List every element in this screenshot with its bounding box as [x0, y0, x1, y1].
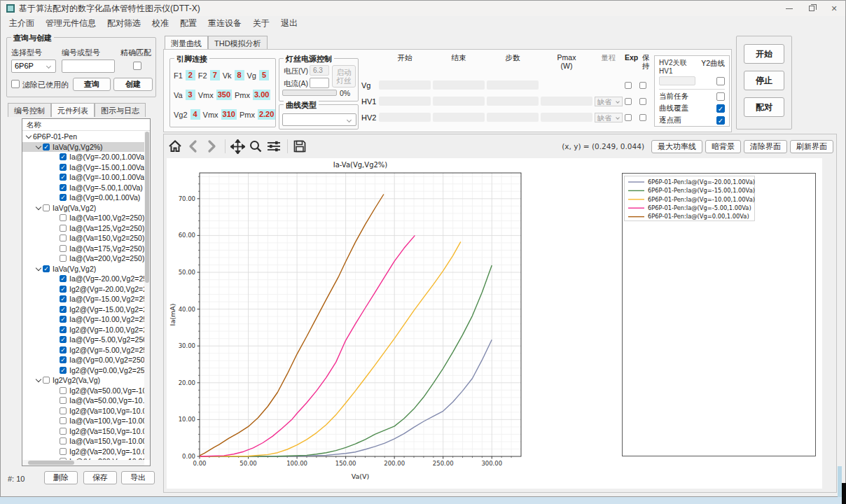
- pin-value-field[interactable]: 2.20: [258, 109, 275, 120]
- vg-start-field[interactable]: [379, 80, 431, 90]
- forward-icon[interactable]: [203, 138, 220, 155]
- chevron-expanded-icon[interactable]: [35, 204, 42, 211]
- tree-group[interactable]: Ig2Vg2(Va,Vg): [22, 375, 144, 386]
- tree-checkbox[interactable]: ✓: [60, 367, 67, 374]
- menu-item[interactable]: 管理元件信息: [40, 16, 102, 31]
- menu-item[interactable]: 退出: [275, 16, 303, 31]
- scrollbar-thumb[interactable]: [145, 132, 149, 283]
- dark-background-button[interactable]: 暗背景: [705, 140, 741, 153]
- tree-leaf[interactable]: ✓Ia@(Vg=-5.00,Vg2=250): [22, 335, 144, 345]
- tree-group[interactable]: ✓IaVa(Vg,Vg2%): [22, 142, 144, 153]
- tree-leaf[interactable]: ✓Ig2@(Vg=-15.00,Vg2=250): [22, 304, 144, 315]
- tree-checkbox[interactable]: [60, 417, 67, 424]
- scrollbar-thumb[interactable]: [28, 461, 74, 465]
- tree-leaf[interactable]: Ig2@(Va=50.00,Vg=-10.00): [22, 386, 144, 396]
- menu-item[interactable]: 主介面: [4, 16, 40, 31]
- exact-match-checkbox[interactable]: [133, 62, 141, 70]
- vg-steps-field[interactable]: [487, 80, 539, 90]
- tree-checkbox[interactable]: [60, 397, 67, 404]
- pair-button[interactable]: 配对: [744, 97, 784, 117]
- tree-leaf[interactable]: Ia@(Va=150,Vg2=250): [22, 233, 144, 244]
- save-button[interactable]: 保存: [83, 471, 117, 484]
- tree-checkbox[interactable]: [43, 204, 50, 211]
- tree-leaf[interactable]: Ia@(Va=50.00,Vg=-10.00): [22, 396, 144, 406]
- hv1-range-select[interactable]: 缺省: [595, 97, 623, 106]
- tree-leaf[interactable]: Ig2@(Va=150,Vg=-10.00): [22, 426, 144, 437]
- hv2-hold-checkbox[interactable]: [639, 114, 646, 121]
- current-input[interactable]: [310, 78, 329, 88]
- tree-horizontal-scrollbar[interactable]: [22, 460, 144, 465]
- tree-checkbox[interactable]: [43, 377, 50, 384]
- hv2-pmax-field[interactable]: [541, 113, 592, 122]
- tree-checkbox[interactable]: [60, 245, 67, 252]
- plot-canvas[interactable]: 0.0050.00100.00150.00200.00250.00300.000…: [167, 158, 822, 489]
- hv2-range-select[interactable]: 缺省: [595, 113, 623, 122]
- refresh-view-button[interactable]: 刷新界面: [790, 140, 833, 153]
- tree-leaf[interactable]: Ia@(Va=175,Vg2=250): [22, 244, 144, 254]
- main-tab-1[interactable]: THD模拟分析: [208, 36, 268, 50]
- configure-icon[interactable]: [265, 138, 282, 155]
- tree-checkbox[interactable]: ✓: [60, 316, 67, 323]
- main-tab-0[interactable]: 测量曲线: [165, 36, 208, 50]
- hv1-steps-field[interactable]: [487, 97, 539, 106]
- tree-checkbox[interactable]: ✓: [43, 144, 50, 150]
- tree-leaf[interactable]: Ia@(Va=100,Vg=-10.00): [22, 416, 144, 426]
- tree-vertical-scrollbar[interactable]: [144, 132, 150, 460]
- pin-value-field[interactable]: 5: [259, 70, 269, 80]
- zoom-icon[interactable]: [247, 138, 264, 155]
- hv2-end-field[interactable]: [433, 113, 485, 122]
- tree-checkbox[interactable]: [60, 255, 67, 262]
- tree-checkbox[interactable]: ✓: [60, 184, 67, 191]
- vg-end-field[interactable]: [433, 80, 485, 90]
- tree-checkbox[interactable]: ✓: [60, 306, 67, 313]
- back-icon[interactable]: [185, 138, 202, 155]
- menu-item[interactable]: 配置: [174, 16, 202, 31]
- menu-item[interactable]: 重连设备: [202, 16, 247, 31]
- id-input[interactable]: [62, 59, 115, 73]
- tree-leaf[interactable]: Ia@(Va=150,Vg=-10.00): [22, 436, 144, 447]
- tree-leaf[interactable]: ✓Ia@(Vg=0.00,1.00Va): [22, 192, 144, 203]
- tree-checkbox[interactable]: ✓: [60, 275, 67, 282]
- tree-leaf[interactable]: Ia@(Va=200,Vg2=250): [22, 253, 144, 264]
- hv1-pmax-field[interactable]: [541, 97, 592, 106]
- tree-checkbox[interactable]: ✓: [60, 336, 67, 343]
- hv2-steps-field[interactable]: [487, 113, 539, 122]
- left-tab-1[interactable]: 元件列表: [51, 103, 95, 117]
- tree-leaf[interactable]: ✓Ia@(Vg=-5.00,1.00Va): [22, 183, 144, 193]
- pin-value-field[interactable]: 350: [216, 90, 232, 100]
- hv1-exp-checkbox[interactable]: [625, 98, 632, 105]
- tree-checkbox[interactable]: [60, 428, 67, 435]
- option-checkbox[interactable]: [716, 92, 725, 101]
- tree-checkbox[interactable]: [60, 387, 67, 394]
- max-power-line-button[interactable]: 最大功率线: [651, 140, 702, 153]
- tree-checkbox[interactable]: ✓: [60, 286, 67, 293]
- tree-leaf[interactable]: Ig2@(Va=100,Vg=-10.00): [22, 406, 144, 416]
- option-checkbox[interactable]: ✓: [716, 116, 725, 125]
- tree-checkbox[interactable]: ✓: [60, 326, 67, 333]
- chevron-expanded-icon[interactable]: [25, 133, 32, 140]
- tree-leaf[interactable]: Ia@(Va=125,Vg2=250): [22, 223, 144, 234]
- pan-icon[interactable]: [229, 138, 246, 155]
- restore-button[interactable]: [800, 1, 823, 16]
- chart[interactable]: 0.0050.00100.00150.00200.00250.00300.000…: [167, 158, 822, 489]
- hv1-end-field[interactable]: [433, 97, 485, 106]
- menu-item[interactable]: 关于: [247, 16, 275, 31]
- tree-leaf[interactable]: ✓Ig2@(Vg=0.00,Vg2=250): [22, 365, 144, 376]
- minimize-button[interactable]: [778, 1, 800, 16]
- pin-value-field[interactable]: 3.00: [253, 90, 270, 100]
- vg-hold-checkbox[interactable]: [639, 82, 646, 89]
- tree-leaf[interactable]: ✓Ia@(Vg=-20.00,Vg2=250): [22, 274, 144, 284]
- curve-type-select[interactable]: [282, 113, 356, 126]
- pin-value-field[interactable]: 2: [186, 70, 195, 80]
- tree-leaf[interactable]: ✓Ia@(Vg=-20.00,1.00Va): [22, 152, 144, 162]
- delete-button[interactable]: 删除: [44, 471, 78, 484]
- tree-leaf[interactable]: Ia@(Va=100,Vg2=250): [22, 213, 144, 223]
- tree-checkbox[interactable]: [60, 234, 67, 241]
- voltage-field[interactable]: 6.3: [310, 65, 329, 76]
- tree-checkbox[interactable]: [60, 448, 67, 455]
- hv1-start-field[interactable]: [379, 97, 431, 106]
- menu-item[interactable]: 配对筛选: [102, 16, 146, 31]
- pin-value-field[interactable]: 3: [186, 90, 195, 100]
- tree-checkbox[interactable]: ✓: [60, 174, 67, 181]
- hv2-link-field[interactable]: [659, 76, 695, 85]
